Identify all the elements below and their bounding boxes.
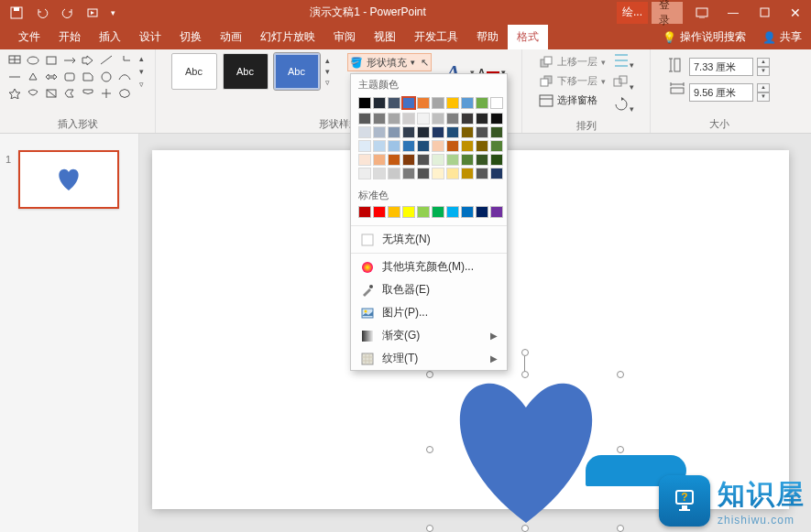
- color-swatch[interactable]: [358, 206, 371, 218]
- save-icon[interactable]: [4, 2, 29, 24]
- color-swatch[interactable]: [476, 113, 488, 125]
- color-swatch[interactable]: [417, 206, 430, 218]
- color-swatch[interactable]: [490, 97, 503, 109]
- resize-handle-ne[interactable]: [617, 371, 624, 378]
- color-swatch[interactable]: [373, 154, 386, 166]
- color-swatch[interactable]: [476, 97, 488, 109]
- color-swatch[interactable]: [402, 113, 415, 125]
- resize-handle-s[interactable]: [521, 525, 529, 532]
- color-swatch[interactable]: [417, 126, 430, 138]
- tab-format[interactable]: 格式: [508, 25, 548, 49]
- resize-handle-sw[interactable]: [426, 525, 433, 532]
- share-button[interactable]: 👤共享: [753, 29, 811, 45]
- tab-view[interactable]: 视图: [365, 25, 405, 49]
- texture-fill-item[interactable]: 纹理(T) ▶: [351, 347, 507, 370]
- align-button[interactable]: ▾: [613, 53, 634, 71]
- color-swatch[interactable]: [461, 126, 474, 138]
- picture-fill-item[interactable]: 图片(P)...: [351, 301, 507, 324]
- color-swatch[interactable]: [388, 113, 400, 125]
- maximize-icon[interactable]: [749, 2, 780, 24]
- color-swatch[interactable]: [358, 154, 371, 166]
- resize-handle-nw[interactable]: [426, 371, 433, 378]
- color-swatch[interactable]: [358, 113, 371, 125]
- color-swatch[interactable]: [402, 154, 415, 166]
- preset-expand-icon[interactable]: ▴▾▿: [325, 56, 340, 87]
- slide-thumbnails-pane[interactable]: 1: [0, 134, 139, 532]
- login-button[interactable]: 登录: [652, 2, 683, 24]
- shapes-gallery-expand[interactable]: ▴▾▿: [135, 53, 149, 92]
- color-swatch[interactable]: [373, 97, 386, 109]
- color-swatch[interactable]: [432, 113, 444, 125]
- color-swatch[interactable]: [388, 168, 400, 179]
- qat-dropdown-icon[interactable]: ▾: [106, 2, 119, 24]
- more-fill-colors-item[interactable]: 其他填充颜色(M)...: [351, 255, 507, 278]
- tab-file[interactable]: 文件: [9, 25, 49, 49]
- color-swatch[interactable]: [388, 126, 400, 138]
- color-swatch[interactable]: [446, 168, 459, 179]
- color-swatch[interactable]: [402, 206, 415, 218]
- color-swatch[interactable]: [388, 97, 400, 109]
- color-swatch[interactable]: [373, 168, 386, 179]
- color-swatch[interactable]: [402, 97, 415, 109]
- drawing-tools-chip[interactable]: 绘...: [617, 2, 648, 24]
- resize-handle-w[interactable]: [426, 446, 433, 453]
- selection-pane-button[interactable]: 选择窗格: [539, 92, 606, 109]
- color-swatch[interactable]: [417, 154, 430, 166]
- tab-design[interactable]: 设计: [130, 25, 170, 49]
- ribbon-display-options-icon[interactable]: [686, 2, 718, 24]
- color-swatch[interactable]: [432, 97, 444, 109]
- color-swatch[interactable]: [388, 206, 400, 218]
- color-swatch[interactable]: [402, 140, 415, 152]
- preset-1[interactable]: Abc: [171, 53, 217, 90]
- color-swatch[interactable]: [402, 126, 415, 138]
- undo-icon[interactable]: [29, 2, 55, 24]
- color-swatch[interactable]: [373, 140, 386, 152]
- color-swatch[interactable]: [402, 168, 415, 179]
- color-swatch[interactable]: [461, 168, 474, 179]
- tab-insert[interactable]: 插入: [90, 25, 130, 49]
- eyedropper-item[interactable]: 取色器(E): [351, 278, 507, 301]
- tab-slideshow[interactable]: 幻灯片放映: [251, 25, 324, 49]
- color-swatch[interactable]: [373, 206, 386, 218]
- color-swatch[interactable]: [417, 97, 430, 109]
- rotate-handle[interactable]: [521, 349, 529, 356]
- close-icon[interactable]: ✕: [780, 2, 811, 24]
- tab-developer[interactable]: 开发工具: [405, 25, 467, 49]
- shapes-gallery[interactable]: [6, 53, 133, 101]
- color-swatch[interactable]: [461, 113, 474, 125]
- tab-transitions[interactable]: 切换: [170, 25, 211, 49]
- color-swatch[interactable]: [490, 126, 503, 138]
- color-swatch[interactable]: [490, 140, 503, 152]
- preset-2[interactable]: Abc: [223, 53, 269, 90]
- color-swatch[interactable]: [417, 168, 430, 179]
- send-backward-button[interactable]: 下移一层▾: [539, 72, 606, 90]
- color-swatch[interactable]: [417, 140, 430, 152]
- color-swatch[interactable]: [358, 97, 371, 109]
- color-swatch[interactable]: [373, 113, 386, 125]
- preset-3[interactable]: Abc: [274, 53, 320, 90]
- shape-style-presets[interactable]: Abc Abc Abc ▴▾▿: [171, 53, 340, 90]
- color-swatch[interactable]: [490, 113, 503, 125]
- color-swatch[interactable]: [446, 113, 459, 125]
- resize-handle-se[interactable]: [617, 525, 624, 532]
- color-swatch[interactable]: [461, 97, 474, 109]
- width-spinner[interactable]: ▲▼: [757, 83, 770, 102]
- gradient-fill-item[interactable]: 渐变(G) ▶: [351, 324, 507, 347]
- color-swatch[interactable]: [432, 168, 444, 179]
- selected-heart-shape[interactable]: [430, 369, 622, 532]
- color-swatch[interactable]: [461, 140, 474, 152]
- tab-review[interactable]: 审阅: [324, 25, 365, 49]
- resize-handle-n[interactable]: [521, 371, 529, 378]
- color-swatch[interactable]: [446, 140, 459, 152]
- color-swatch[interactable]: [476, 140, 488, 152]
- color-swatch[interactable]: [490, 206, 503, 218]
- color-swatch[interactable]: [446, 126, 459, 138]
- color-swatch[interactable]: [461, 206, 474, 218]
- group-button[interactable]: ▾: [613, 75, 634, 93]
- color-swatch[interactable]: [358, 140, 371, 152]
- color-swatch[interactable]: [432, 140, 444, 152]
- color-swatch[interactable]: [358, 168, 371, 179]
- color-swatch[interactable]: [446, 206, 459, 218]
- shape-fill-button[interactable]: 🪣 形状填充▾ ↖: [347, 53, 432, 71]
- slide-thumbnail-1[interactable]: 1: [7, 150, 131, 209]
